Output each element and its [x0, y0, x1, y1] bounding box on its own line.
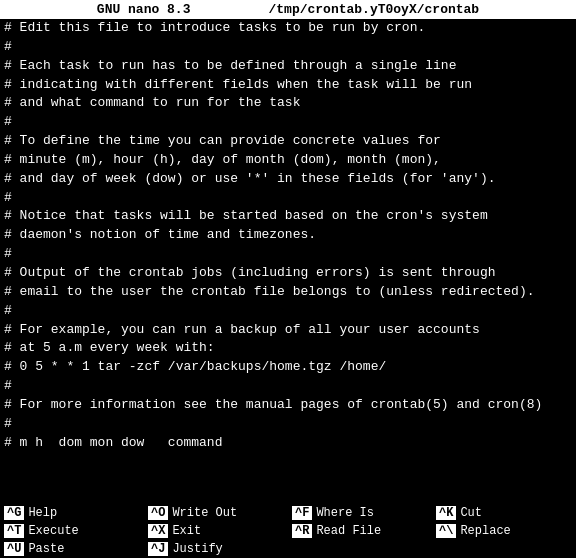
shortcut-item[interactable]: ^\Replace: [432, 522, 576, 540]
shortcut-label: Write Out: [172, 506, 237, 520]
editor-line: # minute (m), hour (h), day of month (do…: [4, 151, 572, 170]
title-bar: GNU nano 8.3 /tmp/crontab.yT0oyX/crontab: [0, 0, 576, 19]
shortcut-key: ^\: [436, 524, 456, 538]
editor-line: # indicating with different fields when …: [4, 76, 572, 95]
editor-line: # at 5 a.m every week with:: [4, 339, 572, 358]
shortcut-item[interactable]: ^GHelp: [0, 504, 144, 522]
editor-line: # Each task to run has to be defined thr…: [4, 57, 572, 76]
editor-line: #: [4, 302, 572, 321]
shortcut-item[interactable]: ^RRead File: [288, 522, 432, 540]
shortcut-item[interactable]: ^KCut: [432, 504, 576, 522]
editor-line: # For more information see the manual pa…: [4, 396, 572, 415]
editor-line: # email to the user the crontab file bel…: [4, 283, 572, 302]
shortcut-label: Where Is: [316, 506, 374, 520]
file-path: /tmp/crontab.yT0oyX/crontab: [269, 2, 480, 17]
shortcut-key: ^R: [292, 524, 312, 538]
cursor-line[interactable]: [4, 452, 572, 471]
shortcut-item[interactable]: ^XExit: [144, 522, 288, 540]
editor-line: # m h dom mon dow command: [4, 434, 572, 453]
shortcut-item[interactable]: ^FWhere Is: [288, 504, 432, 522]
shortcut-item[interactable]: ^OWrite Out: [144, 504, 288, 522]
shortcut-key: ^X: [148, 524, 168, 538]
shortcut-item[interactable]: ^TExecute: [0, 522, 144, 540]
editor-line: # Edit this file to introduce tasks to b…: [4, 19, 572, 38]
shortcut-key: ^T: [4, 524, 24, 538]
app-container: GNU nano 8.3 /tmp/crontab.yT0oyX/crontab…: [0, 0, 576, 558]
shortcut-label: Paste: [28, 542, 64, 556]
editor-area[interactable]: # Edit this file to introduce tasks to b…: [0, 19, 576, 558]
shortcut-label: Execute: [28, 524, 78, 538]
shortcut-key: ^K: [436, 506, 456, 520]
shortcut-label: Replace: [460, 524, 510, 538]
shortcut-key: ^O: [148, 506, 168, 520]
editor-line: #: [4, 377, 572, 396]
editor-line: # For example, you can run a backup of a…: [4, 321, 572, 340]
shortcut-key: ^F: [292, 506, 312, 520]
editor-line: #: [4, 189, 572, 208]
shortcut-key: ^G: [4, 506, 24, 520]
shortcut-bar: ^GHelp^OWrite Out^FWhere Is^KCut^TExecut…: [0, 504, 576, 558]
editor-line: # daemon's notion of time and timezones.: [4, 226, 572, 245]
shortcut-key: ^J: [148, 542, 168, 556]
shortcut-label: Exit: [172, 524, 201, 538]
shortcut-item[interactable]: ^UPaste: [0, 540, 144, 558]
editor-line: #: [4, 415, 572, 434]
editor-line: # and day of week (dow) or use '*' in th…: [4, 170, 572, 189]
editor-line: # Output of the crontab jobs (including …: [4, 264, 572, 283]
shortcut-label: Cut: [460, 506, 482, 520]
editor-line: # 0 5 * * 1 tar -zcf /var/backups/home.t…: [4, 358, 572, 377]
app-name: GNU nano 8.3: [97, 2, 191, 17]
editor-line: #: [4, 113, 572, 132]
shortcut-label: Justify: [172, 542, 222, 556]
editor-line: # and what command to run for the task: [4, 94, 572, 113]
shortcut-item[interactable]: ^JJustify: [144, 540, 288, 558]
editor-line: #: [4, 38, 572, 57]
editor-line: # Notice that tasks will be started base…: [4, 207, 572, 226]
shortcut-label: Read File: [316, 524, 381, 538]
shortcut-label: Help: [28, 506, 57, 520]
shortcut-key: ^U: [4, 542, 24, 556]
editor-line: # To define the time you can provide con…: [4, 132, 572, 151]
editor-line: #: [4, 245, 572, 264]
